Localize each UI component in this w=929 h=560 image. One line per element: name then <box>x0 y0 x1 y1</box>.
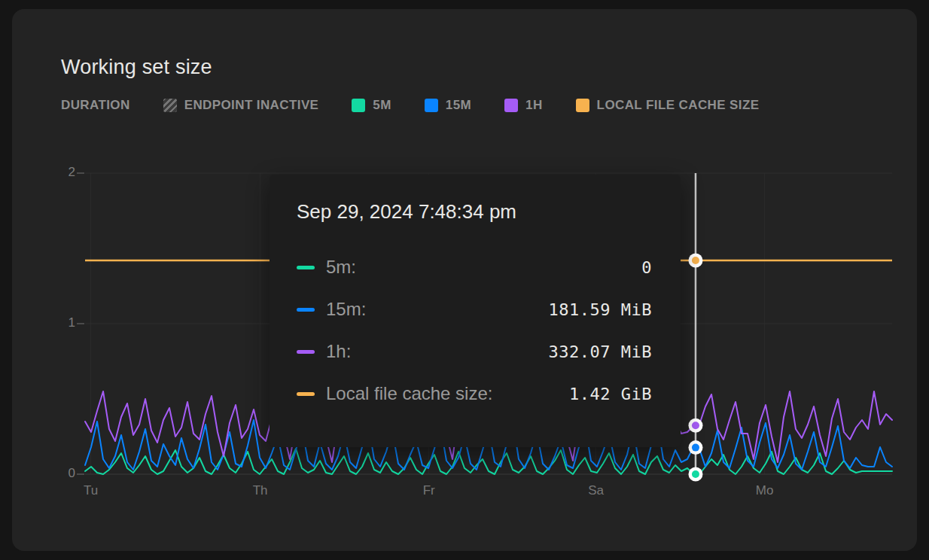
series-dash-icon <box>297 308 315 312</box>
series-dash-icon <box>297 266 315 269</box>
y-tick-label: 1 <box>42 315 75 330</box>
tooltip-timestamp: Sep 29, 2024 7:48:34 pm <box>297 200 652 224</box>
cursor-marker-1h <box>692 422 699 429</box>
tooltip-row-label: 5m: <box>326 257 356 278</box>
tooltip-row-label: 1h: <box>326 341 351 362</box>
series-dash-icon <box>297 392 315 396</box>
tooltip-row-value: 0 <box>641 258 652 277</box>
series-dash-icon <box>297 350 315 354</box>
y-tick-label: 0 <box>42 466 75 481</box>
tooltip-row-label: 15m: <box>326 299 366 320</box>
tooltip-rows: 5m: 0 15m: 181.59 MiB 1h: 332.07 MiB Loc… <box>297 246 652 415</box>
tooltip-row: 15m: 181.59 MiB <box>297 288 652 330</box>
x-tick-label: Fr <box>407 483 452 498</box>
cursor-marker-5m <box>692 470 699 478</box>
cursor-marker-local_file_cache_size <box>692 257 699 264</box>
tooltip-row-value: 1.42 GiB <box>569 385 652 403</box>
x-tick-label: Th <box>238 483 283 498</box>
tooltip-row-label: Local file cache size: <box>326 383 492 404</box>
tooltip-row: 1h: 332.07 MiB <box>297 330 652 373</box>
cursor-marker-15m <box>692 444 699 452</box>
tooltip-row: 5m: 0 <box>297 246 652 288</box>
x-tick-label: Mo <box>742 483 787 498</box>
working-set-size-card: Working set size DURATION ENDPOINT INACT… <box>12 9 917 551</box>
tooltip: Sep 29, 2024 7:48:34 pm 5m: 0 15m: 181.5… <box>270 175 681 447</box>
tooltip-row: Local file cache size: 1.42 GiB <box>297 373 652 415</box>
tooltip-row-value: 332.07 MiB <box>549 342 652 361</box>
y-tick-label: 2 <box>42 165 75 180</box>
tooltip-row-value: 181.59 MiB <box>549 300 652 319</box>
x-tick-label: Sa <box>574 483 619 498</box>
x-tick-label: Tu <box>69 483 114 498</box>
